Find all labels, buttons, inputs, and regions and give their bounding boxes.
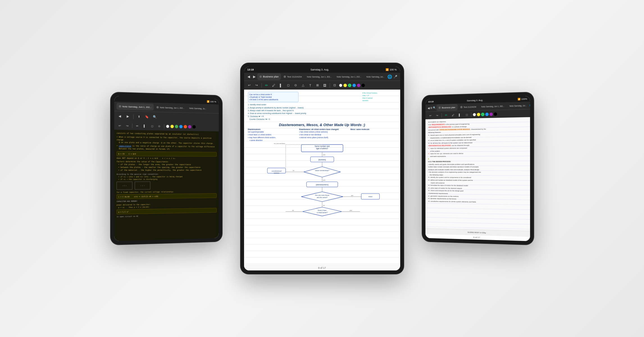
step-list: 1. Identify chiral center 2. Assign prio…: [248, 103, 306, 121]
tab-label-left-2: Notiz Samstag, Jun 1, 202...: [160, 106, 184, 109]
nav-back-center[interactable]: ◀: [246, 74, 251, 80]
svg-text:(isomers): (isomers): [318, 159, 326, 161]
color-orange[interactable]: [184, 125, 187, 128]
icon-grid-right[interactable]: ⊞: [430, 105, 432, 111]
undo-btn-left[interactable]: ↩: [116, 122, 123, 129]
svg-text:same connectivity?: same connectivity?: [315, 170, 329, 172]
color-blue-r[interactable]: [485, 113, 488, 116]
tab-close-r2[interactable]: [460, 106, 462, 108]
blue-text-1: capacitance: [119, 145, 131, 147]
undo-right[interactable]: ↩: [427, 112, 433, 119]
tab-close-business[interactable]: [260, 76, 262, 78]
tab-business-right[interactable]: Business plan: [436, 104, 457, 111]
color-white-c[interactable]: [339, 84, 342, 87]
svg-text:yes: yes: [323, 154, 325, 156]
nav-back-btn[interactable]: ◀: [116, 113, 123, 119]
sep-1: [133, 114, 133, 119]
img-center[interactable]: 🖼: [322, 82, 328, 88]
brush-center[interactable]: 🖊: [271, 82, 277, 88]
scan-center[interactable]: ⊡: [332, 82, 338, 88]
brush-right[interactable]: 🖊: [450, 112, 456, 118]
ipad-right: 13:19 Samstag 3. Aug. 📶 100% ◀ ⊞ 🔍 Busin…: [422, 92, 533, 245]
redo-center[interactable]: ↪: [254, 82, 260, 88]
tab-notiz-right[interactable]: Notiz Samstag, Jun 1, 202...: [479, 103, 506, 110]
flowchart-svg: Same number and type of atoms? yes (isom…: [248, 143, 396, 216]
color-white[interactable]: [166, 125, 169, 128]
sep-draw-2: [164, 124, 164, 129]
tab-test-center[interactable]: Test 21224234: [281, 73, 304, 80]
highlight-math-relations: MATHEMATICAL RELATIONS: [429, 145, 451, 147]
pen-right[interactable]: ✏: [443, 112, 449, 118]
color-green-r[interactable]: [481, 113, 484, 116]
color-black-r[interactable]: [493, 112, 497, 116]
color-purple-c[interactable]: [357, 84, 360, 87]
color-purple[interactable]: [188, 125, 191, 128]
nav-forward-center[interactable]: ▶: [252, 74, 257, 80]
tab-inactive-left-1[interactable]: Notiz Samstag, Jun 1, 202...: [154, 104, 186, 111]
redo-btn-left[interactable]: ↪: [124, 122, 130, 129]
highlight-math-modelling: MATHEMATICAL MODELLING: [429, 126, 452, 128]
highlight-center[interactable]: ▌: [278, 82, 284, 88]
highlighter-tool[interactable]: ▌: [141, 123, 147, 129]
undo-center[interactable]: ↩: [246, 82, 252, 88]
bookmark-btn[interactable]: 🔖: [144, 114, 150, 120]
tab-notiz-center-3[interactable]: Notiz Samstag, Jul...: [364, 73, 387, 80]
globe-btn[interactable]: 🌐: [387, 74, 392, 80]
svg-text:yes: yes: [351, 195, 353, 196]
color-yellow[interactable]: [170, 125, 174, 128]
pen-tool[interactable]: ✏: [134, 123, 140, 129]
note-r-line: •collect data •create concepts and ideas…: [428, 166, 527, 168]
highlight-state: STATE-DICTIONNAIRE SYSTE MODULE: [439, 128, 470, 131]
tab-inactive-left-2[interactable]: Notiz Samstag, Ju...: [187, 105, 208, 112]
color-yellow-r[interactable]: [477, 113, 480, 116]
page-number-center: 9 of 17: [244, 265, 400, 270]
eraser-right[interactable]: ◻: [463, 111, 470, 118]
eraser-center[interactable]: ◻: [285, 82, 292, 88]
shapes-center[interactable]: △: [300, 82, 306, 88]
text-center[interactable]: T: [307, 82, 313, 88]
tab-notiz-center-1[interactable]: Notiz Samstag, Jun 1, 202...: [305, 73, 334, 80]
tab-close-icon[interactable]: [119, 105, 121, 108]
svg-text:Are you sure these: Are you sure these: [315, 194, 329, 196]
color-black[interactable]: [192, 125, 196, 129]
tab-active-left[interactable]: Notiz Samstag, Juni 1, 202...: [116, 103, 154, 111]
globe-right[interactable]: 🌐: [529, 102, 530, 108]
tab-close-test[interactable]: [284, 76, 286, 78]
color-purple-r[interactable]: [489, 112, 493, 116]
tab-label-left-3: Notiz Samstag, Ju...: [189, 107, 206, 109]
sketch-right: If Rs Chiral Centers, max = 2ⁿ then # op…: [363, 92, 396, 102]
color-yellow-c[interactable]: [343, 84, 347, 87]
color-white-r[interactable]: [473, 113, 476, 116]
share-btn[interactable]: ⬆: [136, 113, 142, 120]
nav-forward-btn[interactable]: ▶: [124, 113, 131, 120]
search-btn-left[interactable]: 🔍: [152, 114, 158, 120]
mic-btn-center[interactable]: 🎤: [393, 74, 398, 80]
tab-close-icon-2[interactable]: [156, 106, 159, 108]
nav-back-right[interactable]: ◀: [427, 105, 430, 111]
tab-bar-center[interactable]: ◀ ▶ Business plan Test 21224234 Notiz Sa…: [244, 73, 400, 81]
tab-notiz-center-2[interactable]: Notiz Samstag, Jun 1, 202...: [334, 73, 364, 80]
note-line: for a fixed capacitor, the current-volta…: [116, 190, 217, 193]
color-blue[interactable]: [179, 125, 183, 128]
tab-close-r1[interactable]: [438, 106, 441, 109]
pen-center[interactable]: ✏: [263, 82, 270, 88]
toolbar-center[interactable]: ↩ ↪ ✏ 🖊 ▌ ◻ ⊙ △ T ⊞ 🖼 ⊡: [244, 81, 400, 90]
status-battery-right: 📶 100%: [518, 97, 527, 100]
lasso-center[interactable]: ⊙: [293, 82, 299, 88]
search-right[interactable]: 🔍: [433, 105, 436, 111]
color-green[interactable]: [175, 125, 178, 128]
color-black-c[interactable]: [361, 84, 365, 87]
tab-business-plan[interactable]: Business plan: [257, 73, 281, 80]
note-r-line: •analyze and evaluate models •test and e…: [428, 168, 527, 171]
redo-right[interactable]: ↪: [434, 112, 440, 119]
highlight-right[interactable]: ▌: [457, 112, 463, 118]
eraser-tool[interactable]: ◻: [149, 123, 155, 129]
flowchart: Same number and type of atoms? yes (isom…: [248, 143, 396, 216]
color-green-c[interactable]: [348, 84, 351, 87]
tab-notiz-right-2[interactable]: Notiz Samstag, Jul...: [507, 102, 529, 109]
sketch-line: max = 2ⁿ: [363, 94, 396, 97]
tab-test-right[interactable]: Test 21224234: [458, 103, 478, 111]
insert-center[interactable]: ⊞: [315, 82, 321, 88]
lasso-tool[interactable]: ⊙: [156, 123, 162, 129]
color-blue-c[interactable]: [352, 84, 356, 87]
